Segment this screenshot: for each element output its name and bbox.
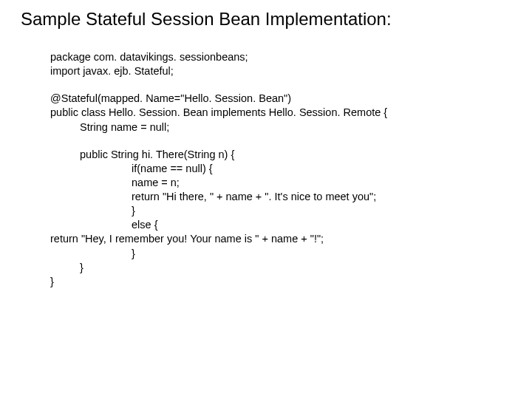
- code-line: import javax. ejb. Stateful;: [50, 64, 532, 78]
- code-line: return "Hi there, " + name + ". It's nic…: [50, 190, 532, 204]
- code-line: else {: [50, 218, 532, 232]
- code-line: @Stateful(mapped. Name="Hello. Session. …: [50, 92, 532, 106]
- code-line: }: [50, 204, 532, 218]
- slide-title: Sample Stateful Session Bean Implementat…: [21, 9, 532, 30]
- code-line: if(name == null) {: [50, 162, 532, 176]
- code-line: }: [50, 247, 532, 261]
- code-line: public class Hello. Session. Bean implem…: [50, 106, 532, 120]
- code-line: }: [50, 275, 532, 289]
- code-block: package com. datavikings. sessionbeans; …: [50, 50, 532, 289]
- code-line: String name = null;: [50, 120, 532, 134]
- code-line: }: [50, 261, 532, 275]
- code-line: name = n;: [50, 176, 532, 190]
- blank-line: [50, 78, 532, 92]
- code-line: public String hi. There(String n) {: [50, 148, 532, 162]
- blank-line: [50, 134, 532, 148]
- code-line: return "Hey, I remember you! Your name i…: [50, 232, 532, 246]
- code-line: package com. datavikings. sessionbeans;: [50, 50, 532, 64]
